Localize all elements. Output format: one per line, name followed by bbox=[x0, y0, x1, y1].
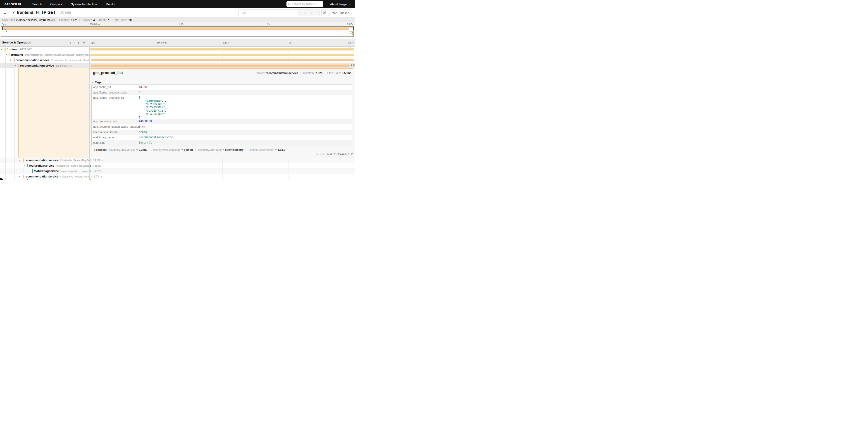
selected-span-color-stripe bbox=[18, 68, 19, 157]
span-name-column: ∨recommendationservice/hipstershop.Featu… bbox=[0, 157, 90, 163]
indent-guide bbox=[14, 179, 15, 180]
span-bar[interactable] bbox=[91, 64, 350, 67]
span-bar[interactable] bbox=[90, 54, 354, 56]
service-color-chip bbox=[18, 64, 19, 67]
span-id-row: SpanID: 1ca2262df0e18447 bbox=[316, 153, 353, 156]
app-logo[interactable]: JAEGER UI bbox=[4, 2, 21, 6]
trace-id-search[interactable] bbox=[286, 1, 323, 7]
span-timeline-cell[interactable]: 2.62s bbox=[90, 63, 355, 68]
span-row[interactable]: ∨recommendationservice/hipstershop.Produ… bbox=[0, 174, 355, 179]
column-divider[interactable] bbox=[90, 39, 90, 47]
minimap-span-bar bbox=[2, 27, 353, 28]
operation-name: /hipstershop.FeatureFlagService... bbox=[60, 159, 90, 161]
span-row[interactable]: featureflagservicefeatureflagservice.rep… bbox=[0, 169, 355, 174]
span-row[interactable]: ∨recommendationservice/hipstershop.Featu… bbox=[0, 157, 355, 163]
span-duration-marker bbox=[91, 175, 92, 178]
span-duration-marker bbox=[90, 159, 91, 161]
service-color-chip bbox=[4, 48, 6, 51]
about-jaeger-menu[interactable]: About Jaeger ⌄ bbox=[330, 0, 351, 8]
json-list-item: "LS4PSXUNUM" bbox=[139, 113, 166, 116]
tag-value: ["1YMWWN1N4O","66VCHSJNUP","2ZYFJ3GM2N",… bbox=[139, 96, 166, 119]
find-clear-icon[interactable]: × bbox=[316, 11, 317, 14]
back-button[interactable]: ← bbox=[0, 8, 10, 18]
tag-row: span.kindinternal bbox=[92, 140, 352, 146]
span-row[interactable]: ∨featureflagservice/hipstershop.FeatureF… bbox=[0, 163, 355, 169]
deep-link-icon[interactable] bbox=[350, 153, 353, 156]
trace-id-search-input[interactable] bbox=[292, 2, 319, 6]
span-bar[interactable] bbox=[90, 48, 354, 51]
trace-title[interactable]: frontend: HTTP GET bbox=[17, 10, 56, 15]
span-row[interactable]: ∨frontendHTTP GET bbox=[0, 47, 355, 52]
span-name-column: featureflagservicefeatureflagservice.rep… bbox=[0, 169, 90, 174]
minimap-scrubber-handle[interactable] bbox=[353, 27, 354, 30]
trace-collapse-chevron-icon[interactable]: ∨ bbox=[12, 10, 15, 14]
collapse-all-icon[interactable]: ≫ bbox=[77, 41, 80, 45]
span-name-wrapper: recommendationservice/hipstershop.Featur… bbox=[25, 157, 90, 163]
process-section-toggle[interactable]: › Process: telemetry.auto.version=0.34b0… bbox=[92, 148, 285, 151]
expand-chevron-icon[interactable]: ∨ bbox=[14, 64, 17, 67]
timeline-gridline bbox=[288, 163, 289, 168]
find-focus-icon[interactable]: ◎ bbox=[299, 11, 301, 14]
timeline-gridline bbox=[156, 174, 156, 179]
span-timeline-cell[interactable] bbox=[90, 58, 355, 63]
trace-minimap[interactable] bbox=[1, 26, 354, 37]
service-name: featureflagservice bbox=[29, 164, 54, 167]
expand-chevron-icon[interactable]: ∨ bbox=[18, 175, 21, 178]
nav-item-system-architecture[interactable]: System Architecture bbox=[71, 2, 97, 6]
span-timeline-cell[interactable]: 3.68ms bbox=[90, 163, 355, 168]
indent-guide bbox=[5, 169, 6, 174]
indent-guide bbox=[24, 179, 24, 180]
expand-chevron-icon[interactable]: ∨ bbox=[9, 59, 12, 61]
span-name-wrapper: recommendationservice/hipstershop.Recomm… bbox=[16, 58, 90, 63]
tags-section-label: Tags bbox=[95, 81, 101, 84]
expand-one-icon[interactable]: › bbox=[74, 41, 75, 45]
trace-meta-value: 7 bbox=[107, 19, 109, 22]
column-resize-grip[interactable] bbox=[87, 44, 88, 46]
expand-all-icon[interactable]: ≫ bbox=[83, 41, 86, 45]
trace-view-selector[interactable]: Trace Timeline ⌄ bbox=[329, 9, 353, 16]
trace-meta-value-suffix: .543 bbox=[50, 19, 55, 22]
span-timeline-cell[interactable] bbox=[90, 47, 355, 52]
span-bar[interactable] bbox=[91, 59, 354, 61]
span-timeline-cell[interactable] bbox=[90, 52, 355, 57]
expand-chevron-icon[interactable]: ∨ bbox=[23, 164, 26, 167]
service-name: frontend bbox=[11, 53, 23, 56]
nav-item-monitor[interactable]: Monitor bbox=[106, 2, 115, 6]
span-row[interactable]: ∨recommendationserviceget_product_list2.… bbox=[0, 63, 355, 68]
expand-chevron-icon[interactable]: ∨ bbox=[0, 48, 3, 51]
service-color-chip bbox=[23, 158, 24, 162]
divider bbox=[97, 19, 97, 22]
json-list-item: "1YMWWN1N4O", bbox=[139, 99, 166, 103]
minimap-scrubber-handle[interactable] bbox=[2, 27, 3, 30]
minimap-span-bar bbox=[6, 31, 7, 32]
minimap-span-bar bbox=[350, 33, 353, 34]
process-value: python bbox=[184, 148, 193, 151]
minimap-tick: 2.67s bbox=[347, 23, 353, 26]
span-timeline-cell[interactable]: 14.49ms bbox=[90, 157, 355, 163]
keyboard-shortcuts-button[interactable]: ⌘ bbox=[321, 9, 328, 16]
tags-section-toggle[interactable]: ∨ Tags bbox=[92, 81, 102, 84]
collapse-one-icon[interactable]: ∨ bbox=[69, 41, 71, 45]
nav-item-search[interactable]: Search bbox=[32, 2, 42, 6]
overview-value: 8.58ms bbox=[342, 71, 351, 75]
nav-item-compare[interactable]: Compare bbox=[50, 2, 62, 6]
trace-meta-label: Trace Start bbox=[2, 19, 15, 22]
tag-row: app.products.count44530923 bbox=[92, 119, 352, 124]
span-timeline-cell[interactable]: 1.04ms bbox=[90, 174, 355, 179]
span-name-column: ∨recommendationservice/hipstershop.Recom… bbox=[0, 58, 90, 63]
find-prev-icon[interactable]: ∧ bbox=[305, 11, 307, 14]
jaeger-trace-page: JAEGER UI SearchCompareSystem Architectu… bbox=[0, 0, 355, 180]
span-timeline-cell[interactable]: 3.47ms bbox=[90, 169, 355, 174]
process-value: 0.34b0 bbox=[139, 148, 147, 151]
span-row[interactable]: ∨frontendgrpc.hipstershop.Recommendation… bbox=[0, 52, 355, 58]
tag-key: app.products.count bbox=[93, 120, 117, 123]
expand-chevron-icon[interactable]: ∨ bbox=[18, 159, 21, 161]
expand-chevron-icon[interactable]: ∨ bbox=[5, 53, 8, 56]
find-input[interactable] bbox=[238, 9, 297, 16]
minimap-span-bar bbox=[2, 28, 349, 30]
indent-guide bbox=[19, 163, 19, 169]
span-detail-overview: Service:recommendationserviceDuration:2.… bbox=[254, 71, 351, 75]
span-row[interactable]: ∨recommendationservice/hipstershop.Recom… bbox=[0, 58, 355, 63]
find-next-icon[interactable]: ∨ bbox=[310, 11, 312, 14]
timeline-tick: 1.33s bbox=[223, 41, 229, 44]
